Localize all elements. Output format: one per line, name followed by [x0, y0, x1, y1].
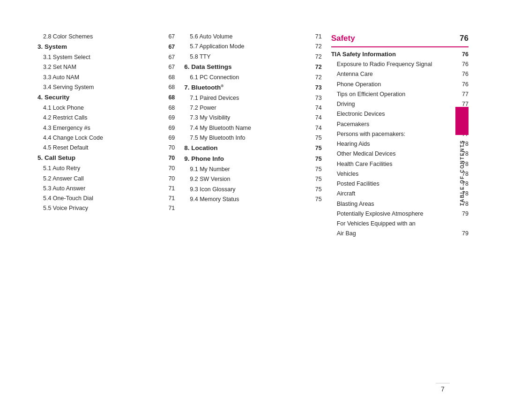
toc-label: Other Medical Devices	[337, 149, 459, 159]
toc-label: 7.4 My Bluetooth Name	[190, 123, 312, 133]
toc-page: 71	[165, 194, 175, 203]
toc-label: Exposure to Radio Frequency Signal	[337, 60, 459, 69]
toc-page: 69	[165, 113, 175, 123]
safety-page-num: 76	[460, 32, 469, 45]
toc-row: 4.4 Change Lock Code69	[37, 133, 175, 143]
toc-label: Antenna Care	[337, 69, 459, 79]
toc-row: Vehicles78	[331, 169, 469, 179]
toc-page: 68	[165, 82, 175, 92]
toc-row: Potentially Explosive Atmosphere79	[331, 209, 469, 219]
toc-page: 79	[459, 229, 469, 239]
toc-row: 4.5 Reset Default70	[37, 143, 175, 153]
toc-label: 3.1 System Select	[43, 52, 165, 62]
toc-row: Exposure to Radio Frequency Signal76	[331, 60, 469, 69]
toc-label: 5.8 TTY	[190, 52, 312, 62]
toc-row: 3.2 Set NAM67	[37, 62, 175, 72]
toc-row: 2.8 Color Schemes67	[37, 32, 175, 42]
toc-page: 76	[459, 69, 469, 79]
toc-row: 7.3 My Visibility74	[184, 113, 321, 123]
toc-page: 75	[313, 143, 322, 153]
toc-row: 6. Data Settings72	[184, 62, 321, 73]
toc-label: 5.4 One-Touch Dial	[43, 194, 165, 203]
toc-label: 4.1 Lock Phone	[43, 103, 165, 113]
toc-page: 75	[313, 195, 322, 204]
toc-page: 71	[165, 184, 175, 194]
toc-page: 67	[165, 52, 175, 62]
toc-label: 7.3 My Visibility	[190, 113, 312, 123]
toc-page: 75	[313, 174, 322, 184]
toc-label: Potentially Explosive Atmosphere	[337, 209, 459, 219]
toc-row: Tips on Efficient Operation77	[331, 90, 469, 99]
tia-row: TIA Safety Information76	[331, 49, 469, 60]
toc-page: 68	[165, 93, 175, 103]
toc-row: 7.2 Power74	[184, 103, 321, 113]
toc-page: 75	[313, 154, 322, 164]
toc-label: 9.3 Icon Glossary	[190, 185, 312, 195]
toc-row: 7.1 Paired Devices73	[184, 93, 321, 103]
toc-label: Health Care Facilities	[337, 159, 459, 169]
toc-label: 3.2 Set NAM	[43, 62, 165, 72]
toc-label: 9.2 SW Version	[190, 174, 312, 184]
toc-row: 5. Call Setup70	[37, 153, 175, 164]
toc-page: 74	[313, 123, 322, 133]
toc-row: 4. Security68	[37, 92, 175, 103]
toc-page: 68	[165, 103, 175, 113]
toc-row: 3.1 System Select67	[37, 52, 175, 62]
toc-page: 75	[313, 185, 322, 195]
toc-row: Health Care Facilities78	[331, 159, 469, 169]
col3: Safety76TIA Safety Information76Exposure…	[327, 32, 469, 398]
col2: 5.6 Auto Volume715.7 Application Mode725…	[179, 32, 326, 398]
toc-row: 8. Location75	[184, 143, 321, 154]
toc-label: 5. Call Setup	[37, 153, 165, 164]
toc-page: 69	[165, 133, 175, 143]
toc-page: 74	[313, 103, 322, 113]
toc-row: 6.1 PC Connection72	[184, 73, 321, 82]
toc-label: Pacemakers	[337, 120, 459, 129]
toc-page: 75	[313, 133, 322, 143]
toc-page: 68	[165, 73, 175, 82]
toc-page: 67	[165, 32, 175, 42]
toc-label: For Vehicles Equipped with an	[337, 219, 469, 229]
toc-label: 9. Phone Info	[184, 154, 312, 165]
toc-row: 9.1 My Number75	[184, 165, 321, 174]
toc-label: 6.1 PC Connection	[190, 73, 312, 82]
toc-label: 4.2 Restrict Calls	[43, 113, 165, 123]
toc-label: Posted Facilities	[337, 179, 459, 189]
page-container: 2.8 Color Schemes673. System673.1 System…	[0, 0, 506, 420]
toc-row: 5.6 Auto Volume71	[184, 32, 321, 42]
toc-row: For Vehicles Equipped with an	[331, 219, 469, 229]
toc-page: 70	[165, 164, 175, 173]
toc-row: 3.4 Serving System68	[37, 82, 175, 92]
toc-label: 5.5 Voice Privacy	[43, 203, 165, 213]
toc-row: Antenna Care76	[331, 69, 469, 79]
toc-row: 5.1 Auto Retry70	[37, 164, 175, 173]
toc-label: 5.6 Auto Volume	[190, 32, 312, 42]
safety-header: Safety76	[331, 32, 469, 47]
toc-page: 69	[165, 123, 175, 133]
toc-label: 9.4 Memory Status	[190, 195, 312, 204]
toc-label: Hearing Aids	[337, 139, 459, 149]
toc-page: 72	[313, 52, 322, 62]
toc-row: 7. Bluetooth®73	[184, 82, 321, 93]
toc-row: 9.4 Memory Status75	[184, 195, 321, 204]
toc-page: 73	[313, 93, 322, 103]
toc-page: 72	[313, 42, 322, 52]
toc-row: 7.4 My Bluetooth Name74	[184, 123, 321, 133]
toc-row: Phone Operation76	[331, 80, 469, 90]
toc-label: Persons with pacemakers:	[337, 129, 459, 139]
tia-page: 76	[459, 50, 469, 60]
toc-row: 5.7 Application Mode72	[184, 42, 321, 52]
toc-label: 7.1 Paired Devices	[190, 93, 312, 103]
toc-page: 71	[313, 32, 322, 42]
toc-page: 70	[165, 143, 175, 153]
toc-label: 4.3 Emergency #s	[43, 123, 165, 133]
sidebar-tab: TABLE OF CONTENTS	[455, 107, 469, 206]
toc-label: 7. Bluetooth®	[184, 82, 312, 93]
toc-label: 3.4 Serving System	[43, 82, 165, 92]
toc-row: Other Medical Devices78	[331, 149, 469, 159]
toc-page: 67	[165, 62, 175, 72]
toc-label: 8. Location	[184, 143, 312, 154]
toc-label: 6. Data Settings	[184, 62, 312, 73]
toc-row: Blasting Areas78	[331, 199, 469, 209]
toc-row: 4.2 Restrict Calls69	[37, 113, 175, 123]
